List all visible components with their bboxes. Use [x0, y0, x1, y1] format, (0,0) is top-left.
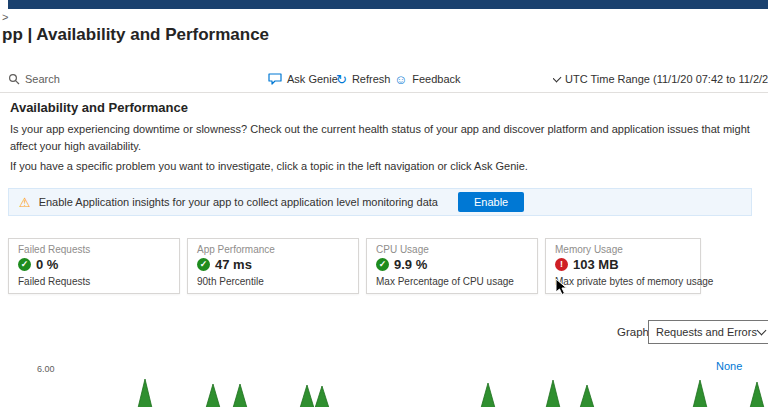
time-range-dropdown[interactable]: UTC Time Range (11/1/20 07:42 to 11/2/20… — [553, 66, 768, 92]
card-subtitle: Failed Requests — [18, 276, 170, 287]
cpu-usage-card[interactable]: CPU Usage ✓ 9.9 % Max Percentage of CPU … — [366, 238, 538, 294]
toolbar-divider — [0, 92, 768, 93]
card-title: CPU Usage — [376, 244, 528, 255]
card-subtitle: Max private bytes of memory usage — [555, 276, 691, 287]
legend-none-link[interactable]: None — [716, 360, 742, 372]
app-insights-banner: ⚠ Enable Application insights for your a… — [8, 188, 752, 216]
card-value: 0 % — [36, 257, 58, 272]
chevron-down-icon — [553, 73, 561, 83]
section-heading: Availability and Performance — [10, 100, 188, 115]
card-title: Memory Usage — [555, 244, 691, 255]
card-subtitle: Max Percentage of CPU usage — [376, 276, 528, 287]
card-subtitle: 90th Percentile — [197, 276, 349, 287]
azure-top-bar — [8, 0, 768, 9]
feedback-label: Feedback — [412, 73, 460, 85]
chevron-down-icon — [757, 326, 767, 336]
status-icon: ✓ — [376, 258, 389, 271]
failed-requests-card[interactable]: Failed Requests ✓ 0 % Failed Requests — [8, 238, 180, 294]
enable-button[interactable]: Enable — [458, 192, 524, 212]
ask-genie-label: Ask Genie — [287, 73, 338, 85]
time-range-label: UTC Time Range (11/1/20 07:42 to 11/2/20… — [565, 73, 768, 85]
ask-genie-button[interactable]: Ask Genie — [268, 66, 338, 92]
chat-icon — [268, 73, 282, 85]
status-icon: ! — [555, 258, 568, 271]
refresh-icon: ↻ — [336, 73, 347, 86]
card-title: App Performance — [197, 244, 349, 255]
intro-text: Is your app experiencing downtime or slo… — [10, 121, 760, 154]
refresh-button[interactable]: ↻ Refresh — [336, 66, 390, 92]
search-input[interactable]: Search — [8, 66, 60, 92]
status-icon: ✓ — [197, 258, 210, 271]
spike-chart — [0, 373, 768, 407]
breadcrumb[interactable]: > — [2, 11, 8, 23]
feedback-button[interactable]: ☺ Feedback — [394, 66, 461, 92]
search-placeholder: Search — [25, 73, 60, 85]
app-performance-card[interactable]: App Performance ✓ 47 ms 90th Percentile — [187, 238, 359, 294]
card-value: 47 ms — [215, 257, 252, 272]
status-icon: ✓ — [18, 258, 31, 271]
search-icon — [8, 73, 20, 85]
banner-text: Enable Application insights for your app… — [39, 196, 438, 208]
card-value: 103 MB — [573, 257, 619, 272]
warning-icon: ⚠ — [19, 196, 31, 209]
intro-text-2: If you have a specific problem you want … — [10, 158, 760, 175]
graph-label: Graph — [617, 326, 649, 338]
graph-type-dropdown[interactable]: Requests and Errors — [648, 320, 768, 344]
metric-cards: Failed Requests ✓ 0 % Failed Requests Ap… — [8, 238, 701, 294]
smiley-icon: ☺ — [394, 73, 407, 86]
refresh-label: Refresh — [352, 73, 391, 85]
page-title: pp | Availability and Performance — [2, 25, 269, 45]
card-value: 9.9 % — [394, 257, 427, 272]
memory-usage-card[interactable]: Memory Usage ! 103 MB Max private bytes … — [545, 238, 701, 294]
toolbar: Search Ask Genie ↻ Refresh ☺ Feedback UT… — [0, 66, 768, 92]
graph-dropdown-value: Requests and Errors — [656, 326, 757, 338]
app-diagnostics-screen: > pp | Availability and Performance Sear… — [0, 0, 768, 407]
card-title: Failed Requests — [18, 244, 170, 255]
